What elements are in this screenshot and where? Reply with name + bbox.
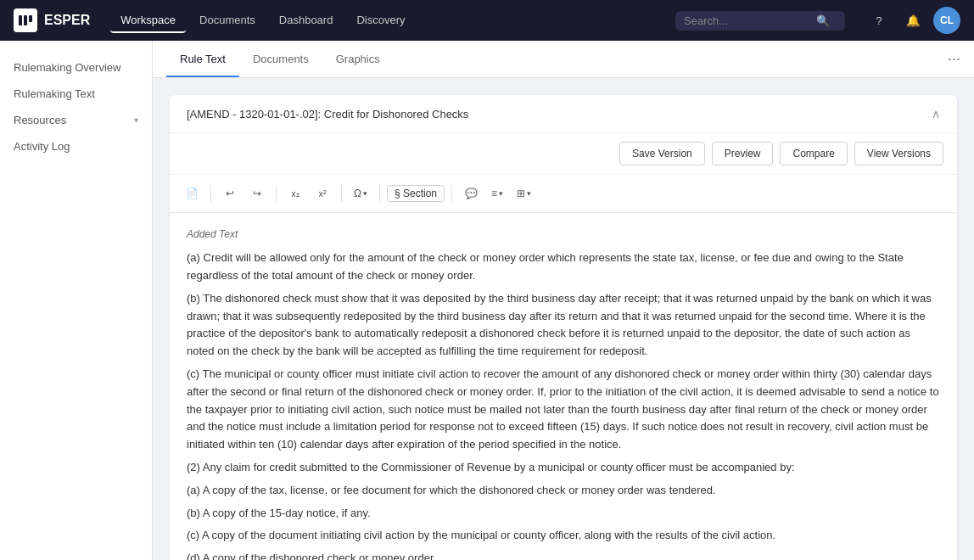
top-nav: ESPER Workspace Documents Dashboard Disc… — [0, 0, 974, 41]
document-card: [AMEND - 1320-01-01-.02]: Credit for Dis… — [170, 95, 957, 560]
collapse-button[interactable]: ∧ — [932, 107, 940, 120]
document-icon-button[interactable]: 📄 — [180, 182, 204, 205]
format-dropdown[interactable]: ≡ ▾ — [486, 186, 508, 201]
editor-toolbar: 📄 ↩ ↪ x₂ x² Ω ▾ § Section 💬 — [170, 175, 957, 213]
sidebar-item-activity-log[interactable]: Activity Log — [0, 133, 152, 160]
more-options-button[interactable]: ··· — [948, 50, 960, 68]
svg-rect-1 — [24, 15, 27, 25]
tab-rule-text[interactable]: Rule Text — [166, 42, 239, 77]
nav-dashboard[interactable]: Dashboard — [269, 8, 344, 33]
added-text-label: Added Text — [187, 227, 940, 243]
sidebar: Rulemaking Overview Rulemaking Text Reso… — [0, 41, 153, 560]
paragraph-b: (b) The dishonored check must show that … — [187, 290, 940, 361]
sidebar-item-label: Rulemaking Text — [14, 87, 95, 100]
notifications-button[interactable]: 🔔 — [899, 7, 926, 34]
omega-label: Ω — [354, 188, 361, 199]
sidebar-item-label: Rulemaking Overview — [14, 61, 120, 74]
toolbar-divider-2 — [276, 185, 277, 202]
table-icon: ⊞ — [517, 188, 525, 199]
search-bar: 🔍 — [675, 11, 845, 31]
sidebar-item-resources[interactable]: Resources ▾ — [0, 107, 152, 133]
sidebar-item-label: Activity Log — [14, 140, 70, 153]
paragraph-2: (2) Any claim for credit submitted to th… — [187, 459, 940, 477]
paragraph-2a: (a) A copy of the tax, license, or fee d… — [187, 482, 940, 500]
toolbar-divider-5 — [451, 185, 452, 202]
view-versions-button[interactable]: View Versions — [854, 142, 943, 165]
preview-button[interactable]: Preview — [712, 142, 774, 165]
paragraph-c: (c) The municipal or county officer must… — [187, 366, 940, 454]
format-icon: ≡ — [491, 188, 497, 199]
paragraph-2b: (b) A copy of the 15-day notice, if any. — [187, 505, 940, 523]
search-icon: 🔍 — [816, 14, 830, 27]
toolbar-divider-3 — [341, 185, 342, 202]
editor-body: Added Text (a) Credit will be allowed on… — [170, 213, 957, 560]
toolbar-divider-4 — [379, 185, 380, 202]
nav-discovery[interactable]: Discovery — [346, 8, 415, 33]
tab-graphics[interactable]: Graphics — [322, 42, 394, 77]
sidebar-item-rulemaking-overview[interactable]: Rulemaking Overview — [0, 54, 152, 81]
doc-content: [AMEND - 1320-01-01-.02]: Credit for Dis… — [153, 78, 974, 560]
subscript-button[interactable]: x₂ — [283, 182, 307, 205]
undo-button[interactable]: ↩ — [218, 182, 242, 205]
sidebar-item-label: Resources — [14, 114, 66, 126]
superscript-button[interactable]: x² — [311, 182, 334, 205]
dropdown-chevron: ▾ — [363, 189, 367, 198]
compare-button[interactable]: Compare — [780, 142, 847, 165]
section-button[interactable]: § Section — [387, 185, 445, 202]
help-button[interactable]: ? — [865, 7, 893, 34]
logo-text: ESPER — [44, 13, 90, 28]
paragraph-2d: (d) A copy of the dishonored check or mo… — [187, 550, 940, 560]
paragraph-2c: (c) A copy of the document initiating ci… — [187, 527, 940, 545]
omega-dropdown[interactable]: Ω ▾ — [349, 186, 372, 201]
nav-documents[interactable]: Documents — [189, 8, 266, 33]
svg-rect-0 — [19, 15, 22, 25]
svg-rect-2 — [29, 15, 32, 22]
sidebar-item-rulemaking-text[interactable]: Rulemaking Text — [0, 81, 152, 107]
table-chevron: ▾ — [527, 189, 531, 198]
avatar[interactable]: CL — [933, 7, 960, 34]
paragraph-a: (a) Credit will be allowed only for the … — [187, 249, 940, 285]
save-version-button[interactable]: Save Version — [619, 142, 705, 165]
chevron-down-icon: ▾ — [134, 115, 138, 125]
comment-button[interactable]: 💬 — [459, 182, 483, 205]
table-dropdown[interactable]: ⊞ ▾ — [512, 186, 536, 201]
format-chevron: ▾ — [499, 189, 503, 198]
tabs-bar: Rule Text Documents Graphics ··· — [153, 41, 974, 78]
logo-icon — [14, 8, 37, 32]
main-layout: Rulemaking Overview Rulemaking Text Reso… — [0, 41, 974, 560]
search-input[interactable] — [684, 14, 811, 27]
nav-workspace[interactable]: Workspace — [110, 8, 186, 33]
nav-icons: ? 🔔 CL — [865, 7, 960, 34]
toolbar-divider-1 — [210, 185, 211, 202]
action-bar: Save Version Preview Compare View Versio… — [170, 133, 957, 175]
doc-header: [AMEND - 1320-01-01-.02]: Credit for Dis… — [170, 95, 957, 133]
tab-documents[interactable]: Documents — [239, 42, 322, 77]
doc-title: [AMEND - 1320-01-01-.02]: Credit for Dis… — [187, 108, 468, 120]
content-area: Rule Text Documents Graphics ··· [AMEND … — [153, 41, 974, 560]
nav-links: Workspace Documents Dashboard Discovery — [110, 8, 415, 33]
logo[interactable]: ESPER — [14, 8, 90, 32]
redo-button[interactable]: ↪ — [245, 182, 269, 205]
